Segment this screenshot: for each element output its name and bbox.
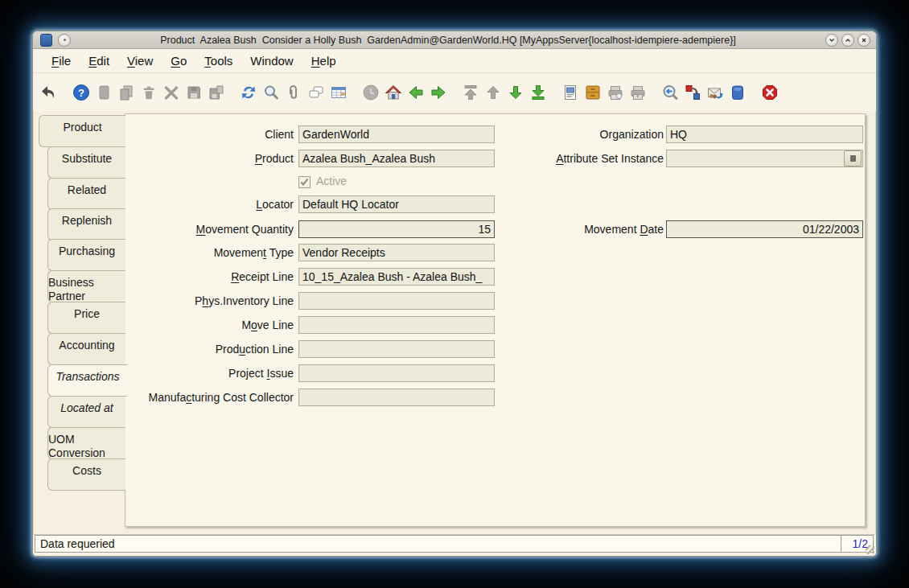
menu-file[interactable]: File [43,51,80,70]
save-icon [184,83,204,102]
copy-record-button[interactable] [117,82,136,103]
sidebar-tab-located-at[interactable]: Located at [47,396,125,428]
status-message: Data requeried [35,537,841,550]
delete-record-button[interactable] [139,82,158,103]
transactions-form-panel: Client Organization Product Attribute Se… [125,113,866,527]
copy-record-icon [117,83,136,102]
zoom-across-button[interactable] [660,82,680,103]
project-issue-label: Project Issue [125,364,294,382]
print-preview-icon [606,83,625,102]
sidebar-tab-accounting[interactable]: Accounting [47,333,125,365]
sidebar-tab-uom-conversion[interactable]: UOM Conversion [47,427,125,459]
tab-label: Business Partner [48,276,125,302]
sidebar-tab-business-partner[interactable]: Business Partner [47,270,125,302]
sidebar-tab-related[interactable]: Related [47,178,125,210]
movement-date-label: Movement Date [455,220,664,238]
close-window-button[interactable] [858,34,870,47]
chat-button[interactable] [306,82,326,103]
arrow-last-icon [529,83,548,102]
delete-selection-button[interactable] [162,82,181,103]
receipt-line-field[interactable] [298,268,495,286]
locator-field[interactable] [298,195,495,213]
client-label: Client [125,125,294,143]
attachment-button[interactable] [284,82,303,103]
sidebar-tab-price[interactable]: Price [47,302,125,334]
chat-icon [306,83,326,102]
history-button[interactable] [361,82,380,103]
sidebar-tab-transactions[interactable]: Transactions [47,364,127,397]
organization-field[interactable] [666,125,863,143]
attribute-set-instance-field[interactable] [666,150,863,167]
product-info-icon [728,83,747,102]
move-line-field[interactable] [298,316,495,334]
tab-label: UOM Conversion [48,433,125,458]
help-icon: ? [72,83,91,102]
find-button[interactable] [261,82,281,103]
resize-grip[interactable] [866,545,874,554]
next-record-button[interactable] [506,82,525,103]
active-checkbox[interactable] [298,176,311,188]
save-button[interactable] [184,82,204,103]
last-record-button[interactable] [529,82,548,103]
screenshot-stage: Product Azalea Bush Consider a Holly Bus… [0,0,909,588]
main-area: Product Substitute Related Replenish Pur… [33,111,876,535]
print-preview-button[interactable] [606,82,625,103]
delete-record-icon [139,83,158,102]
product-info-button[interactable] [728,82,747,103]
end-window-button[interactable] [760,82,779,103]
sidebar-tab-purchasing[interactable]: Purchasing [47,239,125,271]
tab-label: Purchasing [59,245,115,270]
shade-window-button[interactable] [825,34,838,47]
attribute-set-instance-label: Attribute Set Instance [455,150,664,167]
menu-go[interactable]: Go [162,51,195,70]
menu-tools[interactable]: Tools [195,51,241,70]
save-and-create-button[interactable] [207,82,226,103]
menu-window[interactable]: Window [241,51,302,70]
sidebar-tab-substitute[interactable]: Substitute [47,146,125,179]
manufacturing-cost-collector-label: Manufacturing Cost Collector [125,389,294,406]
undo-button[interactable] [39,82,59,103]
project-issue-field[interactable] [298,364,495,382]
production-line-field[interactable] [298,340,495,358]
history-icon [361,83,380,102]
new-record-button[interactable] [94,82,113,103]
find-icon [261,83,281,102]
menu-view[interactable]: View [118,51,162,70]
menu-edit[interactable]: Edit [80,51,118,70]
move-line-label: Move Line [125,316,294,334]
window-menu-button[interactable] [58,34,71,47]
active-label: Active [316,175,347,187]
workflow-button[interactable] [683,82,702,103]
parent-record-button[interactable] [406,82,426,103]
movement-date-field[interactable] [666,220,863,238]
grid-toggle-button[interactable] [329,82,348,103]
help-button[interactable]: ? [72,82,91,103]
detail-record-button[interactable] [429,82,448,103]
previous-record-button[interactable] [483,82,503,103]
archive-button[interactable] [583,82,603,103]
phys-inventory-line-field[interactable] [298,292,495,310]
report-button[interactable] [561,82,580,103]
movement-type-field[interactable] [298,244,495,261]
sidebar-tab-product[interactable]: Product [39,115,125,147]
print-button[interactable] [628,82,648,103]
request-button[interactable] [705,82,725,103]
chevron-down-icon [828,36,836,44]
arrow-down-icon [506,83,525,102]
production-line-label: Production Line [125,340,294,358]
sidebar-tab-replenish[interactable]: Replenish [47,208,125,241]
sidebar-tab-costs[interactable]: Costs [47,458,125,491]
locator-label: Locator [125,195,294,213]
menu-home-button[interactable] [384,82,403,103]
attribute-set-instance-button[interactable] [844,150,862,167]
grid-toggle-icon [329,83,348,102]
app-window: Product Azalea Bush Consider a Holly Bus… [32,31,877,557]
menu-help[interactable]: Help [302,51,345,70]
menu-bar: File Edit View Go Tools Window Help [33,49,876,73]
requery-button[interactable] [239,82,258,103]
tab-label: Accounting [59,339,114,364]
organization-label: Organization [455,125,664,143]
manufacturing-cost-collector-field[interactable] [298,389,495,406]
maximize-window-button[interactable] [841,34,854,47]
first-record-button[interactable] [461,82,480,103]
